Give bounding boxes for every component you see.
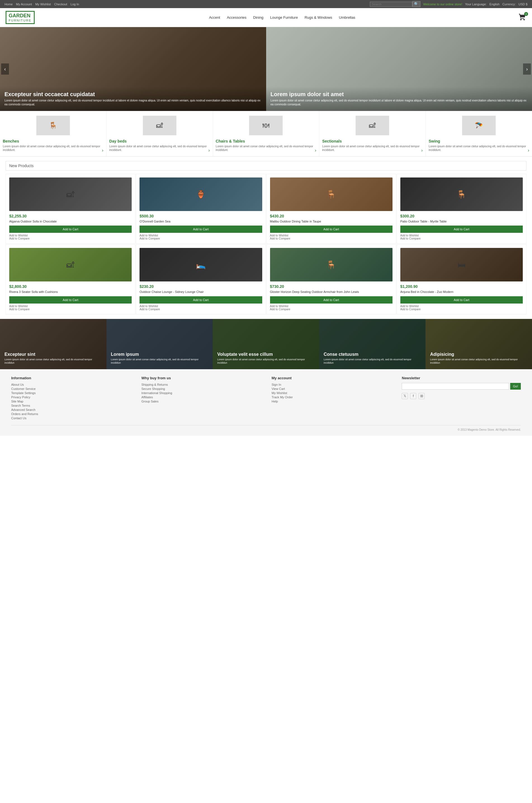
promo-strip: Excepteur sint Lorem ipsum dolor sit ame… bbox=[0, 319, 532, 369]
product-3-add-to-cart[interactable]: Add to Cart bbox=[270, 226, 393, 233]
language-label: Your Language: bbox=[465, 2, 487, 6]
footer-track-order[interactable]: Track My Order bbox=[272, 396, 391, 399]
promo-item-5[interactable]: Adipisicing Lorem ipsum dolor sit amet c… bbox=[425, 319, 532, 369]
product-6-wishlist[interactable]: Add to Wishlist bbox=[139, 305, 262, 308]
top-nav: Home My Account My Wishlist Checkout Log… bbox=[4, 2, 79, 6]
new-products-section: New Products 🛋 $2,255.30 Algarva Outdoor… bbox=[0, 156, 532, 319]
footer-contact-us[interactable]: Contact Us bbox=[11, 417, 130, 420]
category-swing[interactable]: 🪂 Swing Lorem ipsum dolor sit amet conse… bbox=[426, 111, 532, 156]
product-7-add-to-cart[interactable]: Add to Cart bbox=[270, 296, 393, 304]
logo-line2: FURNITURE bbox=[9, 19, 32, 22]
product-8-wishlist[interactable]: Add to Wishlist bbox=[400, 305, 523, 308]
footer-group-sales[interactable]: Group Sales bbox=[141, 400, 261, 403]
footer-international[interactable]: International Shopping bbox=[141, 391, 261, 395]
promo-item-2[interactable]: Lorem ipsum Lorem ipsum dolor sit amet c… bbox=[107, 319, 213, 369]
product-2-add-to-cart[interactable]: Add to Cart bbox=[139, 226, 262, 233]
product-card-3: 🪑 $430.20 Malibu Outdoor Dining Table in… bbox=[266, 174, 396, 244]
category-daybeds[interactable]: 🛋 Day beds Lorem ipsum dolor sit amet co… bbox=[107, 111, 213, 156]
footer-advanced-search[interactable]: Advanced Search bbox=[11, 408, 130, 412]
hero-next-button[interactable]: › bbox=[523, 63, 531, 75]
rss-icon[interactable]: ⊞ bbox=[418, 393, 425, 399]
twitter-icon[interactable]: 𝕏 bbox=[402, 393, 408, 399]
product-2-compare[interactable]: Add to Compare bbox=[139, 237, 262, 240]
currency-select[interactable]: USD $ bbox=[518, 2, 528, 6]
search-button[interactable]: 🔍 bbox=[412, 1, 420, 7]
cart-icon[interactable]: 0 bbox=[518, 13, 527, 22]
promo-item-4[interactable]: Conse ctetuusm Lorem ipsum dolor sit ame… bbox=[319, 319, 426, 369]
nav-umbrellas[interactable]: Umbrellas bbox=[339, 15, 355, 20]
category-chairs-tables[interactable]: 🍽 Chairs & Tables Lorem ipsum dolor sit … bbox=[213, 111, 320, 156]
product-5-price: $2,800.30 bbox=[9, 284, 132, 289]
product-6-add-to-cart[interactable]: Add to Cart bbox=[139, 296, 262, 304]
product-1-compare[interactable]: Add to Compare bbox=[9, 237, 132, 240]
product-4-wishlist[interactable]: Add to Wishlist bbox=[400, 234, 523, 237]
product-3-image: 🪑 bbox=[270, 177, 393, 211]
facebook-icon[interactable]: f bbox=[410, 393, 416, 399]
footer-secure-shopping[interactable]: Secure Shopping bbox=[141, 387, 261, 390]
product-4-add-to-cart[interactable]: Add to Cart bbox=[400, 226, 523, 233]
nav-accent[interactable]: Accent bbox=[209, 15, 220, 20]
promo-item-1[interactable]: Excepteur sint Lorem ipsum dolor sit ame… bbox=[0, 319, 107, 369]
footer-help[interactable]: Help bbox=[272, 400, 391, 403]
footer-template-settings[interactable]: Template Settings bbox=[11, 391, 130, 395]
product-card-5: 🛋 $2,800.30 Rivera 3 Seater Sofa with Cu… bbox=[5, 244, 135, 314]
product-8-add-to-cart[interactable]: Add to Cart bbox=[400, 296, 523, 304]
nav-home[interactable]: Home bbox=[4, 2, 13, 6]
product-card-8: 🛏 $1,200.90 Anjuna Bed in Chocolate - Zu… bbox=[397, 244, 527, 314]
footer-information: Information About Us Customer Service Te… bbox=[11, 376, 130, 421]
product-8-compare[interactable]: Add to Compare bbox=[400, 308, 523, 311]
footer-about-us[interactable]: About Us bbox=[11, 383, 130, 386]
nav-my-account[interactable]: My Account bbox=[16, 2, 32, 6]
product-4-links: Add to Wishlist Add to Compare bbox=[400, 234, 523, 240]
hero-prev-button[interactable]: ‹ bbox=[1, 63, 9, 75]
product-5-add-to-cart[interactable]: Add to Cart bbox=[9, 296, 132, 304]
product-7-compare[interactable]: Add to Compare bbox=[270, 308, 393, 311]
footer-shipping[interactable]: Shipping & Returns bbox=[141, 383, 261, 386]
chairs-img: 🍽 bbox=[249, 116, 283, 135]
nav-accessories[interactable]: Accessories bbox=[227, 15, 246, 20]
social-icons: 𝕏 f ⊞ bbox=[402, 393, 521, 399]
product-5-compare[interactable]: Add to Compare bbox=[9, 308, 132, 311]
language-select[interactable]: English bbox=[490, 2, 499, 6]
nav-dining[interactable]: Dining bbox=[253, 15, 264, 20]
product-4-compare[interactable]: Add to Compare bbox=[400, 237, 523, 240]
search-input[interactable] bbox=[370, 2, 412, 7]
logo[interactable]: GARDEN FURNITURE bbox=[5, 11, 35, 24]
product-5-wishlist[interactable]: Add to Wishlist bbox=[9, 305, 132, 308]
nav-lounge[interactable]: Lounge Furniture bbox=[270, 15, 298, 20]
product-7-wishlist[interactable]: Add to Wishlist bbox=[270, 305, 393, 308]
footer-search-terms[interactable]: Search Terms bbox=[11, 404, 130, 407]
product-1-add-to-cart[interactable]: Add to Cart bbox=[9, 226, 132, 233]
nav-rugs[interactable]: Rugs & Windows bbox=[304, 15, 332, 20]
nav-login[interactable]: Log In bbox=[71, 2, 79, 6]
product-4-image: 🪑 bbox=[400, 177, 523, 211]
newsletter-submit[interactable]: Go! bbox=[510, 383, 521, 389]
newsletter-input[interactable] bbox=[402, 383, 509, 389]
product-7-image: 🪑 bbox=[270, 248, 393, 282]
product-2-links: Add to Wishlist Add to Compare bbox=[139, 234, 262, 240]
footer-wishlist[interactable]: My Wishlist bbox=[272, 391, 391, 395]
header: GARDEN FURNITURE Accent Accessories Dini… bbox=[0, 8, 532, 27]
product-1-wishlist[interactable]: Add to Wishlist bbox=[9, 234, 132, 237]
product-3-wishlist[interactable]: Add to Wishlist bbox=[270, 234, 393, 237]
footer-customer-service[interactable]: Customer Service bbox=[11, 387, 130, 390]
category-benches[interactable]: 🪑 Benches Lorem ipsum dolor sit amet con… bbox=[0, 111, 107, 156]
product-6-compare[interactable]: Add to Compare bbox=[139, 308, 262, 311]
footer-affiliates[interactable]: Affiliates bbox=[141, 396, 261, 399]
nav-checkout[interactable]: Checkout bbox=[54, 2, 67, 6]
footer-view-cart[interactable]: View Cart bbox=[272, 387, 391, 390]
nav-my-wishlist[interactable]: My Wishlist bbox=[35, 2, 51, 6]
footer-sign-in[interactable]: Sign In bbox=[272, 383, 391, 386]
promo-3-title: Voluptate velit esse cillum bbox=[217, 352, 315, 357]
footer-orders-returns[interactable]: Orders and Returns bbox=[11, 412, 130, 416]
daybeds-img: 🛋 bbox=[143, 116, 176, 135]
category-sectionals[interactable]: 🛋 Sectionals Lorem ipsum dolor sit amet … bbox=[319, 111, 426, 156]
product-3-compare[interactable]: Add to Compare bbox=[270, 237, 393, 240]
benches-desc: Lorem ipsum dolor sit amet conse ctetur … bbox=[3, 145, 103, 152]
promo-4-desc: Lorem ipsum dolor sit amet conse ctetur … bbox=[324, 358, 421, 364]
footer-site-map[interactable]: Site Map bbox=[11, 400, 130, 403]
promo-item-3[interactable]: Voluptate velit esse cillum Lorem ipsum … bbox=[213, 319, 319, 369]
footer-privacy-policy[interactable]: Privacy Policy bbox=[11, 396, 130, 399]
product-1-links: Add to Wishlist Add to Compare bbox=[9, 234, 132, 240]
product-2-wishlist[interactable]: Add to Wishlist bbox=[139, 234, 262, 237]
